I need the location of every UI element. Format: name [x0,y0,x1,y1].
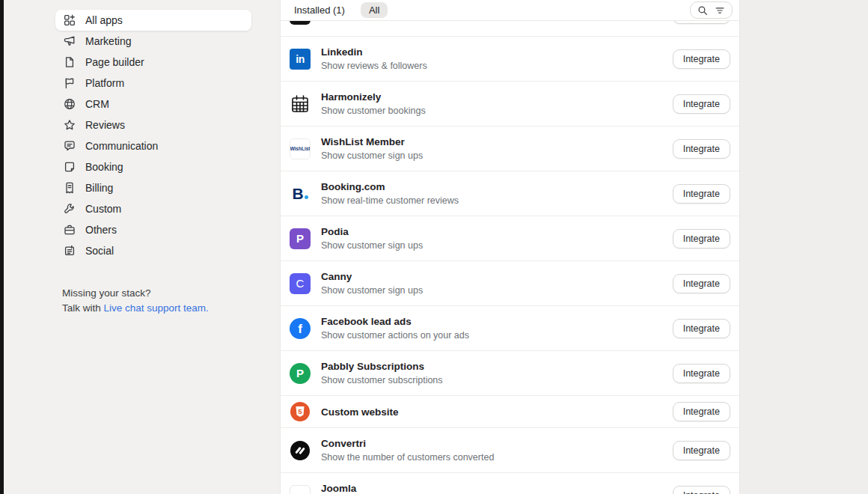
joomla-icon [290,485,311,494]
integrate-button[interactable]: Integrate [673,319,730,338]
app-logo-glyph: P [296,367,304,379]
integrate-button[interactable]: Integrate [673,139,730,159]
crm-icon [64,98,76,110]
sidebar-item-page-builder[interactable]: Page builder [55,52,251,73]
app-logo-glyph: P [296,232,304,245]
app-list-item: Harmonizely Show customer bookings Integ… [281,82,739,126]
integrate-button[interactable]: Integrate [673,486,730,494]
app-name: Linkedin [321,46,662,58]
app-list-item: in Linkedin Show reviews & followers Int… [281,37,739,82]
app-name: Harmonizely [321,91,662,103]
app-name: Convertri [321,438,662,449]
sidebar-item-label: Others [85,224,117,236]
sidebar-item-all-apps[interactable]: All apps [55,10,251,31]
svg-text:5: 5 [298,407,302,415]
sidebar-item-reviews[interactable]: Reviews [55,115,251,135]
sidebar-item-label: Communication [85,140,158,152]
app-list-item: f Facebook lead ads Show customer action… [281,306,739,351]
communication-icon [64,140,76,152]
sidebar-item-marketing[interactable]: Marketing [55,31,251,52]
sidebar-item-label: All apps [85,14,123,26]
talk-with-line: Talk with Live chat support team. [62,301,209,316]
sidebar-item-label: Page builder [85,56,144,68]
app-name: Custom website [321,406,662,418]
others-icon [64,224,76,236]
all-apps-icon [64,14,76,26]
reviews-icon [64,119,76,131]
tab-installed[interactable]: Installed (1) [294,4,345,16]
app-list-item: Joomla Integrate [281,473,739,494]
app-logo-glyph: f [298,322,302,337]
app-name: Joomla [321,483,662,494]
app-list-item: WishList WishList Member Show customer s… [281,126,739,171]
app-logo-glyph: C [296,277,305,290]
integrate-button[interactable]: Integrate [673,21,730,24]
app-description: Show customer bookings [321,106,662,116]
wishlist-icon: WishList [290,138,311,159]
sidebar-item-crm[interactable]: CRM [55,94,251,115]
app-description: Show customer subscriptions [321,375,662,385]
integrate-button[interactable]: Integrate [673,274,730,293]
app-name: WishList Member [321,136,662,147]
booking-icon: B [290,183,311,204]
integrate-button[interactable]: Integrate [673,49,730,69]
app-list-item: C Canny Show customer sign ups Integrate [281,261,739,306]
custom-icon [64,203,76,215]
social-icon [64,245,76,257]
integrate-button[interactable]: Integrate [673,229,730,248]
live-chat-support-link[interactable]: Live chat support team. [104,302,209,314]
sidebar-item-social[interactable]: Social [55,240,251,261]
sidebar-item-label: Platform [85,77,124,89]
linkedin-icon: in [290,49,311,70]
sidebar-item-booking[interactable]: Booking [55,156,251,177]
missing-stack-text: Missing your stack? [62,286,209,301]
app-list-item: P Pabbly Subscriptions Show customer sub… [281,351,739,396]
sidebar-item-label: Custom [85,203,121,215]
pabbly-icon: P [290,363,311,384]
app-name: Podia [321,226,662,237]
sidebar-item-communication[interactable]: Communication [55,135,251,156]
sidebar-item-label: Reviews [85,119,125,131]
sidebar-item-label: Marketing [85,35,131,47]
convertri-icon [290,440,311,461]
app-description: Show customer sign ups [321,240,662,251]
app-list-item: 5 Custom website Integrate [281,396,739,428]
app-description: Show reviews & followers [321,61,662,71]
facebook-icon: f [290,318,311,339]
harmonizely-calendar-icon [290,94,311,115]
sidebar-item-label: Social [85,245,114,257]
sidebar-footer: Missing your stack? Talk with Live chat … [62,286,209,315]
app-logo-glyph: WishList [290,146,310,151]
integrate-button[interactable]: Integrate [673,94,730,114]
integrate-button[interactable]: Integrate [673,364,730,383]
tab-all[interactable]: All [361,2,388,18]
sidebar-item-label: Booking [85,161,123,173]
integrate-button[interactable]: Integrate [673,184,730,204]
filter-icon[interactable] [715,5,725,16]
sidebar-item-custom[interactable]: Custom [55,198,251,219]
app-list-item: B Booking.com Show real-time customer re… [281,171,739,216]
app-list-item: P Podia Show customer sign ups Integrate [281,216,739,261]
app-description: Show customer actions on your ads [321,330,662,341]
integrate-button[interactable]: Integrate [673,402,730,421]
app-logo-glyph: B [292,183,308,204]
page-builder-icon [64,56,76,68]
search-filter-box [690,1,733,19]
apps-panel: Installed (1) All Show customer sign ups… [281,0,739,494]
apps-list: Show customer sign ups Integrate in Link… [281,21,739,494]
app-description: Show customer sign ups [321,285,662,296]
app-list-item: Convertri Show the number of customers c… [281,428,739,473]
app-logo-glyph: in [296,53,304,65]
tab-bar: Installed (1) All [281,0,739,21]
search-icon[interactable] [697,5,708,16]
sidebar-item-label: Billing [85,182,113,194]
sidebar-item-others[interactable]: Others [55,219,251,240]
sidebar-item-platform[interactable]: Platform [55,73,251,94]
app-description: Show the number of customers converted [321,452,662,463]
sidebar-nav: All apps Marketing Page builder Platform… [55,10,251,261]
sidebar-item-label: CRM [85,98,109,110]
integrate-button[interactable]: Integrate [673,441,730,460]
sidebar-item-billing[interactable]: Billing [55,177,251,198]
unknown-app-icon [290,21,311,25]
custom-website-icon: 5 [290,401,311,422]
